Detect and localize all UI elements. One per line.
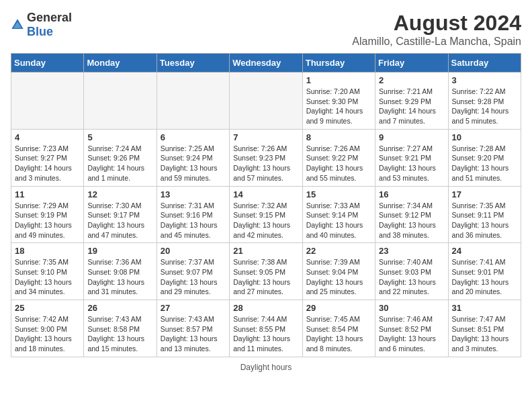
- day-info: Sunrise: 7:27 AMSunset: 9:21 PMDaylight:…: [379, 144, 444, 183]
- day-info: Sunrise: 7:35 AMSunset: 9:10 PMDaylight:…: [15, 257, 80, 297]
- day-info: Sunrise: 7:36 AMSunset: 9:08 PMDaylight:…: [87, 257, 152, 297]
- day-number: 11: [15, 189, 80, 199]
- day-info: Sunrise: 7:26 AMSunset: 9:23 PMDaylight:…: [233, 144, 298, 183]
- day-info: Sunrise: 7:38 AMSunset: 9:05 PMDaylight:…: [233, 257, 298, 297]
- day-info: Sunrise: 7:37 AMSunset: 9:07 PMDaylight:…: [161, 257, 226, 297]
- day-number: 31: [452, 303, 517, 313]
- day-info: Sunrise: 7:35 AMSunset: 9:11 PMDaylight:…: [452, 201, 517, 240]
- day-info: Sunrise: 7:23 AMSunset: 9:27 PMDaylight:…: [15, 144, 80, 183]
- day-number: 6: [161, 132, 226, 142]
- calendar-cell: 19Sunrise: 7:36 AMSunset: 9:08 PMDayligh…: [84, 243, 157, 300]
- calendar-cell: 16Sunrise: 7:34 AMSunset: 9:12 PMDayligh…: [375, 186, 448, 243]
- weekday-header-thursday: Thursday: [302, 54, 375, 73]
- title-section: August 2024 Alamillo, Castille-La Mancha…: [352, 11, 521, 48]
- day-number: 28: [233, 303, 298, 313]
- calendar-cell: 14Sunrise: 7:32 AMSunset: 9:15 PMDayligh…: [230, 186, 302, 243]
- day-number: 21: [233, 246, 298, 256]
- day-info: Sunrise: 7:20 AMSunset: 9:30 PMDaylight:…: [306, 87, 371, 126]
- week-row-4: 18Sunrise: 7:35 AMSunset: 9:10 PMDayligh…: [11, 243, 521, 300]
- logo-text: General Blue: [27, 11, 72, 39]
- logo: General Blue: [11, 11, 72, 39]
- day-number: 24: [452, 246, 517, 256]
- calendar-table: SundayMondayTuesdayWednesdayThursdayFrid…: [11, 53, 521, 357]
- day-number: 12: [87, 189, 152, 199]
- day-number: 27: [161, 303, 226, 313]
- day-info: Sunrise: 7:47 AMSunset: 8:51 PMDaylight:…: [452, 314, 517, 354]
- calendar-cell: 1Sunrise: 7:20 AMSunset: 9:30 PMDaylight…: [302, 73, 375, 130]
- calendar-cell: 30Sunrise: 7:46 AMSunset: 8:52 PMDayligh…: [375, 300, 448, 357]
- weekday-header-tuesday: Tuesday: [157, 54, 229, 73]
- weekday-header-row: SundayMondayTuesdayWednesdayThursdayFrid…: [11, 54, 521, 73]
- calendar-cell: 5Sunrise: 7:24 AMSunset: 9:26 PMDaylight…: [84, 129, 157, 186]
- subtitle: Alamillo, Castille-La Mancha, Spain: [352, 36, 521, 48]
- day-info: Sunrise: 7:24 AMSunset: 9:26 PMDaylight:…: [87, 144, 152, 183]
- day-number: 18: [15, 246, 80, 256]
- day-number: 16: [379, 189, 444, 199]
- calendar-cell: 13Sunrise: 7:31 AMSunset: 9:16 PMDayligh…: [157, 186, 229, 243]
- generalblue-logo-icon: [11, 18, 24, 32]
- day-number: 20: [161, 246, 226, 256]
- day-number: 14: [233, 189, 298, 199]
- calendar-cell: 12Sunrise: 7:30 AMSunset: 9:17 PMDayligh…: [84, 186, 157, 243]
- calendar-cell: [230, 73, 302, 130]
- day-info: Sunrise: 7:42 AMSunset: 9:00 PMDaylight:…: [15, 314, 80, 354]
- weekday-header-sunday: Sunday: [11, 54, 84, 73]
- calendar-cell: 20Sunrise: 7:37 AMSunset: 9:07 PMDayligh…: [157, 243, 229, 300]
- day-info: Sunrise: 7:32 AMSunset: 9:15 PMDaylight:…: [233, 201, 298, 240]
- day-number: 23: [379, 246, 444, 256]
- calendar-cell: 4Sunrise: 7:23 AMSunset: 9:27 PMDaylight…: [11, 129, 84, 186]
- week-row-1: 1Sunrise: 7:20 AMSunset: 9:30 PMDaylight…: [11, 73, 521, 130]
- calendar-cell: [11, 73, 84, 130]
- day-number: 1: [306, 75, 371, 85]
- calendar-cell: 31Sunrise: 7:47 AMSunset: 8:51 PMDayligh…: [448, 300, 521, 357]
- week-row-3: 11Sunrise: 7:29 AMSunset: 9:19 PMDayligh…: [11, 186, 521, 243]
- calendar-cell: 11Sunrise: 7:29 AMSunset: 9:19 PMDayligh…: [11, 186, 84, 243]
- day-info: Sunrise: 7:43 AMSunset: 8:58 PMDaylight:…: [87, 314, 152, 354]
- day-info: Sunrise: 7:46 AMSunset: 8:52 PMDaylight:…: [379, 314, 444, 354]
- calendar-cell: 15Sunrise: 7:33 AMSunset: 9:14 PMDayligh…: [302, 186, 375, 243]
- day-info: Sunrise: 7:34 AMSunset: 9:12 PMDaylight:…: [379, 201, 444, 240]
- calendar-cell: 3Sunrise: 7:22 AMSunset: 9:28 PMDaylight…: [448, 73, 521, 130]
- day-number: 22: [306, 246, 371, 256]
- calendar-cell: 29Sunrise: 7:45 AMSunset: 8:54 PMDayligh…: [302, 300, 375, 357]
- day-info: Sunrise: 7:40 AMSunset: 9:03 PMDaylight:…: [379, 257, 444, 297]
- calendar-cell: 10Sunrise: 7:28 AMSunset: 9:20 PMDayligh…: [448, 129, 521, 186]
- calendar-cell: 22Sunrise: 7:39 AMSunset: 9:04 PMDayligh…: [302, 243, 375, 300]
- week-row-5: 25Sunrise: 7:42 AMSunset: 9:00 PMDayligh…: [11, 300, 521, 357]
- footer: Daylight hours: [11, 363, 521, 372]
- day-number: 7: [233, 132, 298, 142]
- day-number: 15: [306, 189, 371, 199]
- calendar-cell: [157, 73, 229, 130]
- day-info: Sunrise: 7:45 AMSunset: 8:54 PMDaylight:…: [306, 314, 371, 354]
- day-number: 13: [161, 189, 226, 199]
- day-info: Sunrise: 7:30 AMSunset: 9:17 PMDaylight:…: [87, 201, 152, 240]
- calendar-cell: 6Sunrise: 7:25 AMSunset: 9:24 PMDaylight…: [157, 129, 229, 186]
- calendar-cell: 8Sunrise: 7:26 AMSunset: 9:22 PMDaylight…: [302, 129, 375, 186]
- day-number: 2: [379, 75, 444, 85]
- day-info: Sunrise: 7:41 AMSunset: 9:01 PMDaylight:…: [452, 257, 517, 297]
- header: General Blue August 2024 Alamillo, Casti…: [11, 11, 521, 48]
- day-info: Sunrise: 7:21 AMSunset: 9:29 PMDaylight:…: [379, 87, 444, 126]
- day-number: 26: [87, 303, 152, 313]
- day-number: 3: [452, 75, 517, 85]
- calendar-cell: 21Sunrise: 7:38 AMSunset: 9:05 PMDayligh…: [230, 243, 302, 300]
- day-number: 25: [15, 303, 80, 313]
- calendar-cell: 9Sunrise: 7:27 AMSunset: 9:21 PMDaylight…: [375, 129, 448, 186]
- calendar-cell: 26Sunrise: 7:43 AMSunset: 8:58 PMDayligh…: [84, 300, 157, 357]
- day-number: 10: [452, 132, 517, 142]
- calendar-cell: 2Sunrise: 7:21 AMSunset: 9:29 PMDaylight…: [375, 73, 448, 130]
- day-number: 4: [15, 132, 80, 142]
- calendar-cell: 18Sunrise: 7:35 AMSunset: 9:10 PMDayligh…: [11, 243, 84, 300]
- main-title: August 2024: [352, 11, 521, 36]
- calendar-cell: 17Sunrise: 7:35 AMSunset: 9:11 PMDayligh…: [448, 186, 521, 243]
- day-info: Sunrise: 7:29 AMSunset: 9:19 PMDaylight:…: [15, 201, 80, 240]
- week-row-2: 4Sunrise: 7:23 AMSunset: 9:27 PMDaylight…: [11, 129, 521, 186]
- weekday-header-saturday: Saturday: [448, 54, 521, 73]
- day-info: Sunrise: 7:31 AMSunset: 9:16 PMDaylight:…: [161, 201, 226, 240]
- calendar-cell: 23Sunrise: 7:40 AMSunset: 9:03 PMDayligh…: [375, 243, 448, 300]
- weekday-header-wednesday: Wednesday: [230, 54, 302, 73]
- day-number: 30: [379, 303, 444, 313]
- day-number: 5: [87, 132, 152, 142]
- calendar-cell: 7Sunrise: 7:26 AMSunset: 9:23 PMDaylight…: [230, 129, 302, 186]
- calendar-cell: 28Sunrise: 7:44 AMSunset: 8:55 PMDayligh…: [230, 300, 302, 357]
